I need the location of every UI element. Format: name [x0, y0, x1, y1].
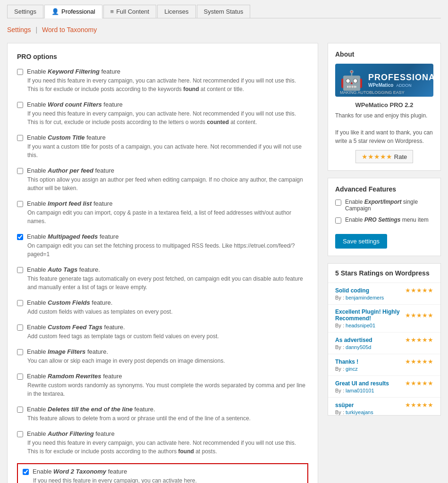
- author-filtering-checkbox[interactable]: [17, 431, 23, 437]
- import-feed-list-checkbox[interactable]: [17, 201, 23, 207]
- option-author-filtering: Enable Author Filtering feature If you n…: [17, 430, 308, 456]
- tab-licenses[interactable]: Licenses: [157, 5, 195, 18]
- export-import-label: Enable Export/Import single Campaign: [345, 199, 433, 212]
- rating-by-r6: By : turkiyeajans: [335, 409, 433, 415]
- adv-export-import: Enable Export/Import single Campaign: [335, 199, 433, 212]
- option-author-per-feed: Enable Author per feed feature This opti…: [17, 167, 308, 192]
- rating-author-r1[interactable]: benjamindemers: [346, 295, 384, 300]
- word-count-filters-label: Enable Word count Filters feature: [27, 101, 123, 108]
- tab-professional[interactable]: 👤 Professional: [44, 5, 102, 18]
- rating-link-r5[interactable]: Great UI and results: [335, 380, 389, 387]
- rate-stars: ★★★★★: [362, 153, 392, 160]
- word-count-filters-desc: If you need this feature in every campai…: [27, 109, 308, 126]
- nav-tabs: Settings 👤 Professional ≡ Full Content L…: [7, 5, 441, 18]
- keyword-filtering-checkbox[interactable]: [17, 69, 23, 75]
- multipaged-feeds-checkbox[interactable]: [17, 234, 23, 240]
- option-auto-tags: Enable Auto Tags feature. This feature g…: [17, 266, 308, 291]
- rating-link-r4[interactable]: Thanks !: [335, 358, 358, 365]
- rating-author-r3[interactable]: danny505d: [346, 344, 371, 350]
- rating-link-r3[interactable]: As advertised: [335, 337, 372, 343]
- option-word2taxonomy-highlighted: Enable Word 2 Taxonomy feature If you ne…: [17, 463, 308, 483]
- advanced-features-widget: Advanced Features Enable Export/Import s…: [328, 178, 441, 256]
- rating-item-r1: Solid coding ★★★★★ By : benjamindemers: [328, 283, 440, 305]
- rating-stars-r4: ★★★★★: [405, 358, 433, 365]
- rate-button[interactable]: ★★★★★ Rate: [355, 150, 413, 163]
- image-filters-checkbox[interactable]: [17, 349, 23, 355]
- rating-by-r1: By : benjamindemers: [335, 295, 433, 300]
- tab-system-status[interactable]: System Status: [197, 5, 251, 18]
- breadcrumb: Settings | Word to Taxonomy: [7, 26, 441, 33]
- import-feed-list-label: Enable Import feed list feature: [27, 200, 112, 207]
- custom-fields-checkbox[interactable]: [17, 300, 23, 306]
- deletes-till-end-label: Enable Deletes till the end of the line …: [27, 406, 155, 413]
- random-rewrites-checkbox[interactable]: [17, 374, 23, 380]
- ratings-list[interactable]: Solid coding ★★★★★ By : benjamindemers E…: [328, 283, 440, 415]
- word2taxonomy-checkbox[interactable]: [23, 469, 29, 475]
- author-per-feed-desc: This option allow you assign an author p…: [27, 175, 308, 192]
- rating-item-r2: Excellent Plugin! Highly Recommend! ★★★★…: [328, 305, 440, 333]
- custom-feed-tags-label: Enable Custom Feed Tags feature.: [27, 324, 125, 331]
- random-rewrites-desc: Rewrite custom words randomly as synonym…: [27, 381, 308, 398]
- pro-banner-bottom: MAKING AUTOBLOGGING EASY: [340, 90, 405, 95]
- right-panel: About 🤖 PROFESSIONAL WPeMatico ADDON MAK…: [328, 43, 441, 416]
- word-count-filters-checkbox[interactable]: [17, 102, 23, 108]
- pro-settings-label: Enable PRO Settings menu item: [345, 217, 429, 223]
- tab-full-content-label: Full Content: [116, 8, 149, 15]
- about-widget: About 🤖 PROFESSIONAL WPeMatico ADDON MAK…: [328, 43, 441, 171]
- image-filters-desc: You can allow or skip each image in ever…: [27, 357, 308, 365]
- rating-item-r3: As advertised ★★★★★ By : danny505d: [328, 333, 440, 354]
- rating-link-r6[interactable]: ssüper: [335, 402, 354, 408]
- pro-settings-checkbox[interactable]: [335, 217, 341, 224]
- rating-author-r6[interactable]: turkiyeajans: [346, 409, 373, 415]
- auto-tags-checkbox[interactable]: [17, 267, 23, 273]
- breadcrumb-settings-link[interactable]: Settings: [7, 26, 31, 33]
- custom-fields-label: Enable Custom Fields feature.: [27, 299, 112, 306]
- pro-banner-title: PROFESSIONAL: [368, 73, 433, 83]
- rating-link-r1[interactable]: Solid coding: [335, 287, 369, 294]
- custom-title-checkbox[interactable]: [17, 135, 23, 141]
- save-button-right[interactable]: Save settings: [335, 234, 387, 249]
- option-deletes-till-end: Enable Deletes till the end of the line …: [17, 406, 308, 423]
- rating-author-r5[interactable]: lama010101: [346, 388, 374, 393]
- rating-author-r4[interactable]: gincz: [346, 366, 358, 372]
- import-feed-list-desc: On campaign edit you can import, copy & …: [27, 208, 308, 225]
- word2taxonomy-desc: If you need this feature in every campai…: [33, 476, 303, 483]
- random-rewrites-label: Enable Ramdom Rewrites feature: [27, 373, 122, 380]
- option-multipaged-feeds: Enable Multipaged feeds feature On campa…: [17, 233, 308, 258]
- thanks-text: Thanks for use and enjoy this plugin. If…: [335, 111, 433, 145]
- tab-settings[interactable]: Settings: [7, 5, 43, 18]
- breadcrumb-separator: |: [35, 26, 37, 33]
- export-import-checkbox[interactable]: [335, 200, 341, 206]
- rating-stars-r5: ★★★★★: [405, 380, 433, 387]
- adv-pro-settings: Enable PRO Settings menu item: [335, 217, 433, 224]
- left-panel: PRO options Enable Keyword Filtering fea…: [7, 43, 318, 483]
- author-per-feed-checkbox[interactable]: [17, 168, 23, 174]
- rating-stars-r6: ★★★★★: [405, 401, 433, 408]
- image-filters-label: Enable Image Filters feature.: [27, 348, 108, 355]
- advanced-features-title: Advanced Features: [335, 185, 433, 193]
- pro-banner-right: PROFESSIONAL WPeMatico ADDON: [368, 73, 433, 88]
- multipaged-feeds-label: Enable Multipaged feeds feature: [27, 233, 118, 240]
- author-filtering-label: Enable Author Filtering feature: [27, 430, 115, 437]
- deletes-till-end-checkbox[interactable]: [17, 407, 23, 413]
- option-custom-feed-tags: Enable Custom Feed Tags feature. Add cus…: [17, 324, 308, 341]
- rating-item-r4: Thanks ! ★★★★★ By : gincz: [328, 354, 440, 376]
- breadcrumb-word-to-taxonomy-link[interactable]: Word to Taxonomy: [42, 26, 97, 33]
- rating-link-r2[interactable]: Excellent Plugin! Highly Recommend!: [335, 308, 405, 322]
- version-text: WPeMatico PRO 2.2: [335, 101, 433, 108]
- tab-settings-label: Settings: [14, 8, 36, 15]
- author-filtering-desc: If you need this feature in every campai…: [27, 439, 308, 456]
- custom-feed-tags-checkbox[interactable]: [17, 325, 23, 331]
- rate-label: Rate: [394, 153, 407, 160]
- rating-by-r3: By : danny505d: [335, 344, 433, 350]
- tab-professional-icon: 👤: [51, 8, 59, 15]
- rating-by-r2: By : headsnipe01: [335, 323, 433, 328]
- ratings-title: 5 Stars Ratings on Wordpress: [335, 269, 433, 277]
- rating-author-r2[interactable]: headsnipe01: [346, 323, 375, 328]
- option-image-filters: Enable Image Filters feature. You can al…: [17, 348, 308, 365]
- tab-full-content[interactable]: ≡ Full Content: [103, 5, 157, 18]
- custom-title-label: Enable Custom Title feature: [27, 134, 106, 141]
- option-import-feed-list: Enable Import feed list feature On campa…: [17, 200, 308, 225]
- pro-banner-sub: WPeMatico: [368, 83, 393, 88]
- main-layout: PRO options Enable Keyword Filtering fea…: [7, 43, 441, 483]
